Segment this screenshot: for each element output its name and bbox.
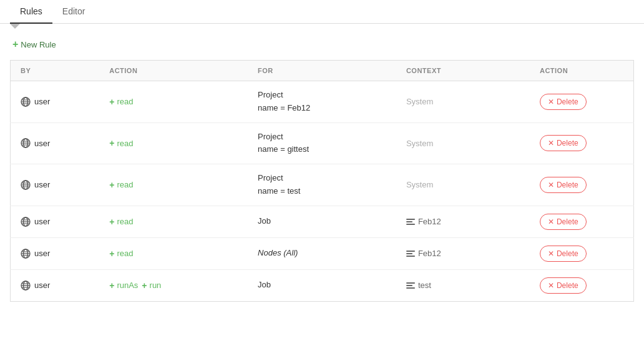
action-cell-content: +read (109, 97, 238, 107)
tab-rules-label: Rules (20, 6, 42, 16)
delete-button[interactable]: ✕ Delete (540, 94, 587, 110)
delete-button[interactable]: ✕ Delete (540, 246, 587, 262)
action-part: +run (142, 281, 161, 291)
new-rule-label: New Rule (21, 40, 56, 49)
delete-button[interactable]: ✕ Delete (540, 277, 587, 294)
action-cell-content: +read (109, 217, 238, 227)
by-label: user (34, 281, 50, 290)
table-row: user +readNodes (All) Feb12 ✕ Delete (11, 237, 634, 269)
cell-for: Job (248, 206, 396, 237)
delete-label: Delete (557, 181, 578, 189)
action-cell-content: +read (109, 180, 238, 190)
context-label: test (418, 281, 431, 290)
for-type: Project (258, 172, 386, 185)
cell-context: System (396, 81, 530, 123)
cell-for: Job (248, 269, 396, 301)
x-icon: ✕ (548, 281, 554, 290)
globe-icon (21, 97, 31, 107)
action-text: runAs (117, 281, 138, 290)
tabs-bar: Rules Editor (0, 0, 644, 24)
for-cell-content: Projectname = test (258, 172, 386, 198)
col-header-action2: ACTION (530, 61, 634, 81)
plus-icon: + (109, 249, 114, 259)
for-cell-content: Projectname = gittest (258, 131, 386, 157)
for-cell-content: Projectname = Feb12 (258, 89, 386, 115)
action-text: read (117, 180, 133, 189)
action-part: +read (109, 138, 133, 148)
user-cell: user (21, 281, 89, 291)
x-icon: ✕ (548, 217, 554, 226)
context-label: System (406, 139, 433, 148)
x-icon: ✕ (548, 181, 554, 189)
by-label: user (34, 217, 50, 226)
delete-label: Delete (557, 217, 578, 226)
user-cell: user (21, 97, 89, 107)
tab-editor[interactable]: Editor (52, 0, 95, 24)
plus-icon: + (109, 97, 114, 107)
cell-delete: ✕ Delete (530, 164, 634, 206)
plus-icon: + (109, 281, 114, 291)
action-part: +runAs (109, 281, 138, 291)
cell-by: user (11, 206, 100, 237)
cell-by: user (11, 237, 100, 269)
for-type: Project (258, 131, 386, 144)
col-header-by: BY (11, 61, 100, 81)
cell-context: test (396, 269, 530, 301)
delete-label: Delete (557, 97, 578, 106)
context-label: System (406, 97, 433, 106)
user-cell: user (21, 249, 89, 259)
action-text: read (117, 139, 133, 148)
cell-by: user (11, 81, 100, 123)
cell-action: +read (99, 206, 248, 237)
cell-action: +read (99, 237, 248, 269)
action-part: +read (109, 180, 133, 190)
lines-icon (406, 219, 415, 225)
user-cell: user (21, 180, 89, 190)
cell-context: System (396, 164, 530, 206)
cell-context: System (396, 122, 530, 164)
delete-label: Delete (557, 281, 578, 290)
cell-context: Feb12 (396, 237, 530, 269)
for-condition: name = test (258, 185, 386, 198)
plus-icon: + (109, 138, 114, 148)
new-rule-button[interactable]: + New Rule (12, 39, 56, 50)
cell-action: +read (99, 122, 248, 164)
action-text: read (117, 217, 133, 226)
col-header-context: CONTEXT (396, 61, 530, 81)
x-icon: ✕ (548, 97, 554, 106)
cell-delete: ✕ Delete (530, 269, 634, 301)
context-label: Feb12 (418, 217, 441, 226)
active-tab-indicator (10, 24, 20, 29)
context-badge: test (406, 281, 520, 290)
delete-button[interactable]: ✕ Delete (540, 177, 587, 193)
for-cell-content: Job (258, 279, 386, 292)
cell-for: Projectname = test (248, 164, 396, 206)
tab-rules[interactable]: Rules (10, 0, 52, 24)
rules-table: BY ACTION FOR CONTEXT ACTION user +readP… (10, 60, 634, 302)
cell-delete: ✕ Delete (530, 81, 634, 123)
delete-button[interactable]: ✕ Delete (540, 135, 587, 151)
x-icon: ✕ (548, 249, 554, 258)
globe-icon (21, 281, 31, 291)
cell-action: +read (99, 164, 248, 206)
action-part: +read (109, 97, 133, 107)
action-part: +read (109, 217, 133, 227)
cell-action: +runAs+run (99, 269, 248, 301)
plus-icon: + (142, 281, 147, 291)
plus-icon: + (109, 217, 114, 227)
table-row: user +readJob Feb12 ✕ Delete (11, 206, 634, 237)
lines-icon (406, 282, 415, 289)
globe-icon (21, 217, 31, 227)
for-type: Project (258, 89, 386, 102)
plus-icon: + (12, 39, 18, 50)
delete-button[interactable]: ✕ Delete (540, 214, 587, 230)
context-label: System (406, 180, 433, 189)
by-label: user (34, 97, 50, 106)
lines-icon (406, 251, 415, 257)
by-label: user (34, 139, 50, 148)
cell-delete: ✕ Delete (530, 122, 634, 164)
user-cell: user (21, 217, 89, 227)
by-label: user (34, 249, 50, 258)
table-header-row: BY ACTION FOR CONTEXT ACTION (11, 61, 634, 81)
cell-action: +read (99, 81, 248, 123)
